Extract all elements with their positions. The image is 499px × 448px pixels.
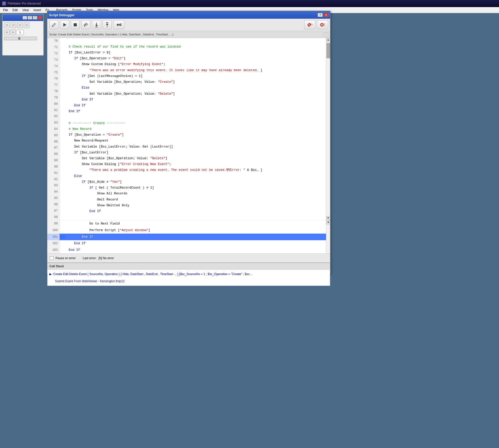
svg-marker-0 — [63, 23, 66, 27]
step-into-btn[interactable] — [92, 20, 101, 29]
code-scrollbar[interactable]: ▲ ▼ — [326, 38, 330, 220]
line-num-75: 75 — [47, 69, 59, 76]
toolbox-btn-3[interactable]: □ — [17, 23, 23, 28]
code-line-100: Perform Script ["Adjust Window"] — [67, 227, 326, 234]
kw-72-if: If — [69, 51, 72, 54]
arrow-76 — [60, 77, 67, 84]
toolbox-nav: < > 1 — [4, 30, 42, 35]
disable-breakpoints-btn[interactable] — [304, 20, 315, 29]
show-hide-btn[interactable] — [113, 20, 124, 29]
code-line-89: Set Variable [$sc_Operation; Value: "Del… — [67, 155, 326, 161]
arrow-75 — [60, 71, 67, 77]
toolbox-next-btn[interactable]: > — [10, 30, 16, 35]
code-line-92: If [$sc_Hide ≠ "Yes"] — [67, 179, 326, 185]
code-90b: "There was a problem creating a new even… — [89, 168, 262, 172]
menu-file[interactable]: File — [1, 8, 10, 12]
kw-79-endif: End If — [82, 98, 93, 101]
arrow-82 — [60, 117, 67, 124]
arrow-84 — [60, 130, 67, 137]
step-out-btn[interactable] — [103, 20, 112, 29]
toolbox-restore-btn[interactable]: □ — [28, 16, 32, 19]
call-stack-play-icon: ▶ — [49, 272, 52, 276]
line-num-96: 96 — [47, 201, 59, 208]
scroll-thumb[interactable] — [327, 43, 330, 58]
scroll-down-btn[interactable]: ▼ — [326, 216, 330, 220]
code-line-75: If [Get (LastMessageChoice) = 1] — [67, 73, 326, 79]
toolbox-content: □ □ □ □ < > 1 — [3, 21, 43, 42]
code-100: Perform Script ["Adjust Window"] — [89, 229, 150, 232]
debugger-title: Script Debugger — [49, 13, 74, 17]
code-75-rest: [Get (LastMessageChoice) = 1] — [86, 74, 143, 78]
code-line-96: Show Omitted Only — [67, 202, 326, 208]
toolbox-btn-2[interactable]: □ — [11, 23, 16, 28]
step-over-btn[interactable] — [81, 20, 90, 29]
scroll-up-btn[interactable]: ▲ — [326, 38, 330, 42]
arrow-78 — [60, 91, 67, 97]
kw-102-endif: End If — [74, 242, 86, 245]
toolbox-prev-btn[interactable]: < — [4, 30, 10, 35]
arrow-88 — [60, 156, 67, 163]
step-into-icon — [94, 22, 99, 27]
toolbox-window: _ □ □ ✕ □ □ □ □ < > 1 — [2, 14, 44, 56]
toolbox-slider[interactable] — [4, 37, 37, 40]
edit-script-btn[interactable] — [49, 20, 59, 29]
pause-on-error-checkbox[interactable] — [50, 256, 53, 260]
code-line-90: Show Custom Dialog ["Error Creating New … — [67, 161, 326, 167]
code-line-71: # Check result of our find to see if the… — [67, 44, 326, 50]
toolbox-minimize-btn[interactable]: _ — [23, 16, 27, 19]
code-96: Show Omitted Only — [97, 204, 129, 207]
code-99: Go to Next Field — [89, 222, 120, 226]
clear-breakpoints-btn[interactable] — [317, 20, 328, 29]
run-btn[interactable] — [60, 20, 69, 29]
code-line-81: End If — [67, 109, 326, 114]
toolbox-btn-1[interactable]: □ — [4, 23, 10, 28]
clear-breakpoints-icon — [320, 22, 325, 27]
play-icon — [62, 23, 67, 27]
code-line-83: # ---------- Create ---------- — [67, 120, 326, 126]
line-num-92: 92 — [47, 176, 59, 182]
call-stack-item-0[interactable]: ▶ Create Edit Delete Event ( SourceNo, O… — [47, 271, 330, 278]
scroll-down-btn-2[interactable]: ▼ — [326, 220, 330, 225]
kw-88-if: If — [74, 151, 78, 154]
stop-btn[interactable] — [71, 20, 80, 29]
line-num-93: 93 — [47, 182, 59, 189]
arrow-101 — [60, 234, 67, 240]
debugger-help-btn[interactable]: ? — [318, 13, 323, 17]
call-stack-item-1[interactable]: Submit Event From WebViewer - Kensington… — [47, 278, 330, 285]
line-num-76: 76 — [47, 76, 59, 82]
code-line-101: End If — [67, 234, 326, 240]
arrow-column — [60, 38, 67, 220]
line-num-82: 82 — [47, 113, 59, 120]
code-line-74b: "There was an error modifying this event… — [67, 67, 326, 73]
line-num-88: 88 — [47, 151, 59, 157]
code-76: Set Variable [$sc_Operation; Value: "Cre… — [89, 80, 175, 84]
code-line-77: Else — [67, 85, 326, 91]
debugger-close-btn[interactable]: ✕ — [323, 13, 329, 17]
script-info-btn[interactable]: i — [324, 32, 328, 36]
kw-97-endif: End If — [89, 210, 101, 213]
disable-breakpoints-icon — [307, 22, 313, 27]
toolbox-btn-4[interactable]: □ — [24, 23, 29, 28]
menu-view[interactable]: View — [20, 8, 31, 12]
code-line-99: Go to Next Field — [67, 220, 326, 227]
lower-code-lines: Go to Next Field Perform Script ["Adjust… — [67, 220, 326, 253]
stop-icon — [73, 23, 78, 27]
line-num-74: 74 — [47, 63, 59, 69]
step-out-icon — [105, 22, 109, 27]
line-num-91: 91 — [47, 170, 59, 176]
toolbox-maximize-btn[interactable]: □ — [33, 16, 37, 19]
toolbox-close-btn[interactable]: ✕ — [38, 16, 42, 19]
pencil-icon — [52, 23, 56, 27]
menu-edit[interactable]: Edit — [10, 8, 20, 12]
arrow-81 — [60, 110, 67, 117]
line-num-97: 97 — [47, 208, 59, 214]
kw-75-if: If — [82, 74, 86, 78]
code-lines: # Check result of our find to see if the… — [67, 38, 326, 220]
call-stack-section: Call Stack ▶ Create Edit Delete Event ( … — [47, 262, 330, 286]
script-name-bar: Script: Create Edit Delete Event ( Sourc… — [47, 31, 330, 38]
code-90: Show Custom Dialog ["Error Creating New … — [82, 162, 171, 166]
line-num-81: 81 — [47, 107, 59, 113]
kw-77-else: Else — [82, 86, 89, 90]
exec-arrow-icon — [60, 234, 66, 239]
menu-insert[interactable]: Insert — [31, 8, 43, 12]
